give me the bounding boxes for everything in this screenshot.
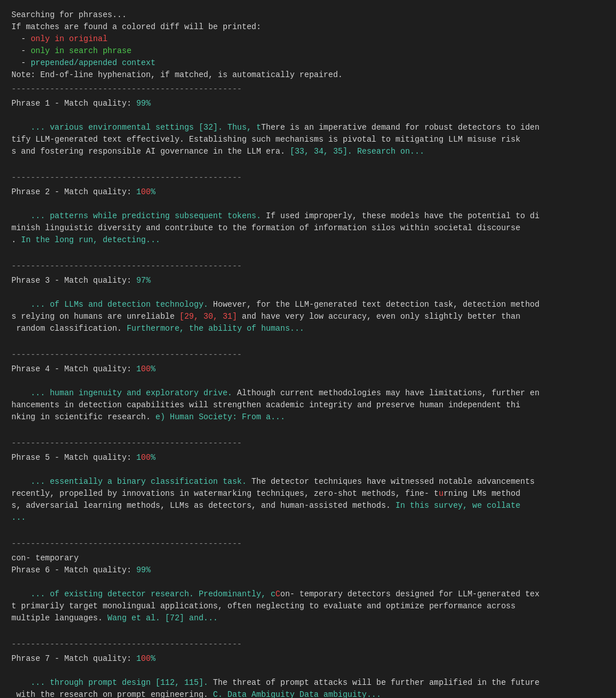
phrase-2-ctx-post: In the long run, detecting... [16,235,160,244]
phrase-5-header: Phrase 5 - Match quality: 100% [11,452,605,464]
phrase-5-label: Phrase 5 - Match quality: [11,453,136,462]
phrase-6-diff-char: C [275,589,280,599]
header-bullet1: - only in original [11,33,605,45]
phrase-6-ctx-post: Wang et al. [72] and... [103,613,218,623]
phrase-2-quality: 100% [136,187,155,196]
phrase-7-quality-diff: 00 [141,654,151,663]
phrase-2-header: Phrase 2 - Match quality: 100% [11,186,605,198]
separator-0: ----------------------------------------… [11,83,605,95]
phrase-5-diff-char: u [439,489,443,498]
separator-1: ----------------------------------------… [11,172,605,184]
phrase-1-label: Phrase 1 - Match quality: [11,99,136,108]
header-bullet2: - only in search phrase [11,45,605,57]
phrase-3-label: Phrase 3 - Match quality: [11,276,136,285]
phrase-1-ctx-post: [33, 34, 35]. Research on... [285,147,425,156]
header-line2: If matches are found a colored diff will… [11,21,605,33]
separator-6: ----------------------------------------… [11,639,605,651]
phrase-1-ctx-pre: ... various environmental settings [32].… [31,123,261,132]
phrase-5-content: ... essentially a binary classification … [11,464,605,536]
phrase-6-quality: 99% [136,565,150,575]
bullet1-text: only in original [31,34,107,43]
phrase-3-quality: 97% [136,276,150,285]
phrase-6-content: ... of existing detector research. Predo… [11,576,605,636]
phrase-2-label: Phrase 2 - Match quality: [11,187,136,196]
phrase-2-ctx-pre: ... patterns while predicting subsequent… [31,211,261,220]
phrase-1-quality: 99% [136,99,150,108]
phrase-4-quality-diff: 00 [141,364,151,374]
phrase-4-quality: 100% [136,364,155,374]
phrase-4-label: Phrase 4 - Match quality: [11,364,136,374]
phrase-7-quality: 100% [136,654,155,663]
phrase-7-ctx-post: C. Data Ambiguity Data ambiguity... [208,690,381,698]
phrase-2-quality-diff: 00 [141,187,151,196]
phrase-3-ctx-pre: ... of LLMs and detection technology. [31,300,209,309]
header-note: Note: End-of-line hyphenation, if matche… [11,69,605,81]
separator-2: ----------------------------------------… [11,260,605,272]
separator-4: ----------------------------------------… [11,438,605,450]
separator-3: ----------------------------------------… [11,349,605,361]
header-bullet3: - prepended/appended context [11,57,605,69]
phrase-3-ref-diff: [29, 30, 31] [179,312,237,321]
phrase-4-content: ... human ingenuity and exploratory driv… [11,375,605,435]
phrase-4-ctx-post: e) Human Society: From a... [151,412,285,422]
bullet3-text: prepended/appended context [31,58,155,67]
phrase-1-content: ... various environmental settings [32].… [11,110,605,170]
phrase-7-label: Phrase 7 - Match quality: [11,654,136,663]
phrase-7-ctx-pre: ... through prompt design [112, 115]. [31,678,209,687]
phrase-7-header: Phrase 7 - Match quality: 100% [11,653,605,665]
phrase-6-label: Phrase 6 - Match quality: [11,565,136,575]
phrase-5-quality: 100% [136,453,155,462]
interstitial-note: con- temporary [11,552,605,564]
phrase-7-content: ... through prompt design [112, 115]. Th… [11,665,605,698]
phrase-5-ctx-pre: ... essentially a binary classification … [31,477,247,486]
bullet2-text: only in search phrase [31,46,131,55]
phrase-3-ctx-post: Furthermore, the ability of humans... [122,324,304,333]
phrase-1-header: Phrase 1 - Match quality: 99% [11,98,605,110]
header-line1: Searching for phrases... [11,9,605,21]
phrase-4-ctx-pre: ... human ingenuity and exploratory driv… [31,388,233,398]
phrase-2-content: ... patterns while predicting subsequent… [11,198,605,258]
separator-5: ----------------------------------------… [11,538,605,550]
phrase-6-header: Phrase 6 - Match quality: 99% [11,564,605,576]
phrase-3-header: Phrase 3 - Match quality: 97% [11,275,605,287]
phrase-5-quality-diff: 00 [141,453,151,462]
phrase-3-content: ... of LLMs and detection technology. Ho… [11,287,605,347]
terminal-output: Searching for phrases... If matches are … [11,9,605,698]
phrase-4-header: Phrase 4 - Match quality: 100% [11,363,605,375]
phrase-6-ctx-pre: ... of existing detector research. Predo… [31,589,275,599]
